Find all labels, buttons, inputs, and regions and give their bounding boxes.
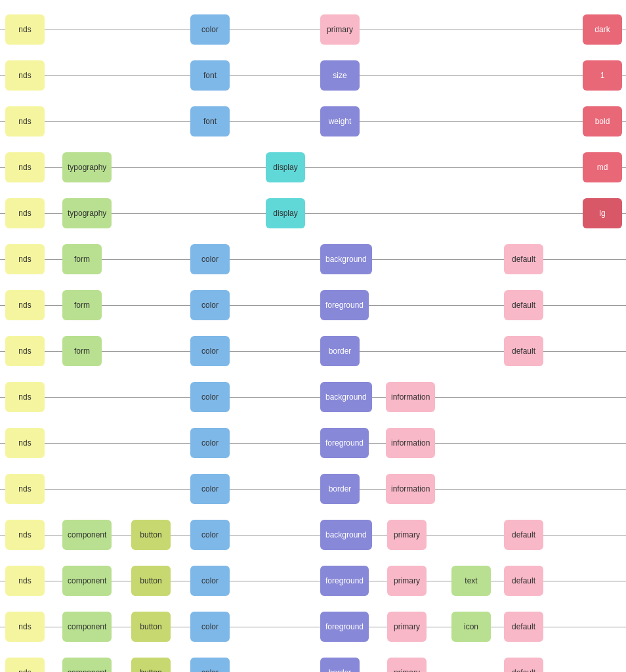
node-8-1: color [190, 382, 230, 412]
node-13-2: button [131, 612, 171, 642]
node-12-1: component [62, 566, 112, 596]
node-12-4: foreground [320, 566, 369, 596]
node-6-4: default [504, 290, 543, 320]
diagram: ndscolorprimarydarkndsfontsize1ndsfontwe… [0, 0, 626, 672]
node-3-0: nds [5, 152, 45, 182]
row-1: ndsfontsize1 [0, 52, 626, 98]
node-11-6: default [504, 520, 543, 550]
node-4-0: nds [5, 198, 45, 228]
node-13-0: nds [5, 612, 45, 642]
node-6-3: foreground [320, 290, 369, 320]
node-13-1: component [62, 612, 112, 642]
node-5-2: color [190, 244, 230, 274]
node-7-2: color [190, 336, 230, 366]
node-8-3: information [386, 382, 435, 412]
node-12-0: nds [5, 566, 45, 596]
node-2-3: bold [583, 106, 622, 136]
row-3: ndstypographydisplaymd [0, 144, 626, 190]
node-9-2: foreground [320, 428, 369, 458]
connector-line [0, 30, 626, 30]
node-6-1: form [62, 290, 102, 320]
node-5-1: form [62, 244, 102, 274]
node-1-1: font [190, 60, 230, 91]
node-14-1: component [62, 658, 112, 672]
node-2-2: weight [320, 106, 360, 136]
node-3-3: md [583, 152, 622, 182]
node-4-2: display [266, 198, 305, 228]
node-8-0: nds [5, 382, 45, 412]
node-5-4: default [504, 244, 543, 274]
row-0: ndscolorprimarydark [0, 7, 626, 52]
node-7-3: border [320, 336, 360, 366]
row-10: ndscolorborderinformation [0, 466, 626, 512]
row-11: ndscomponentbuttoncolorbackgroundprimary… [0, 512, 626, 558]
node-10-3: information [386, 474, 435, 504]
row-6: ndsformcolorforegrounddefault [0, 282, 626, 328]
node-13-3: color [190, 612, 230, 642]
node-12-3: color [190, 566, 230, 596]
node-13-7: default [504, 612, 543, 642]
node-11-3: color [190, 520, 230, 550]
row-13: ndscomponentbuttoncolorforegroundprimary… [0, 604, 626, 650]
node-14-2: button [131, 658, 171, 672]
row-5: ndsformcolorbackgrounddefault [0, 236, 626, 282]
node-9-0: nds [5, 428, 45, 458]
node-11-2: button [131, 520, 171, 550]
node-5-3: background [320, 244, 372, 274]
row-14: ndscomponentbuttoncolorborderprimarydefa… [0, 650, 626, 672]
connector-line [0, 75, 626, 76]
node-6-2: color [190, 290, 230, 320]
node-7-1: form [62, 336, 102, 366]
connector-line [0, 121, 626, 122]
node-14-3: color [190, 658, 230, 672]
node-0-3: dark [583, 14, 622, 45]
node-12-7: default [504, 566, 543, 596]
node-11-0: nds [5, 520, 45, 550]
node-4-1: typography [62, 198, 112, 228]
node-12-5: primary [387, 566, 427, 596]
node-14-5: primary [387, 658, 427, 672]
node-6-0: nds [5, 290, 45, 320]
node-2-1: font [190, 106, 230, 136]
connector-line [0, 443, 626, 444]
row-9: ndscolorforegroundinformation [0, 420, 626, 466]
node-14-6: default [504, 658, 543, 672]
node-13-6: icon [451, 612, 491, 642]
connector-line [0, 397, 626, 398]
node-12-6: text [451, 566, 491, 596]
row-7: ndsformcolorborderdefault [0, 328, 626, 374]
node-9-3: information [386, 428, 435, 458]
node-4-3: lg [583, 198, 622, 228]
node-3-2: display [266, 152, 305, 182]
node-11-5: primary [387, 520, 427, 550]
node-0-2: primary [320, 14, 360, 45]
row-4: ndstypographydisplaylg [0, 190, 626, 236]
node-1-2: size [320, 60, 360, 91]
node-10-1: color [190, 474, 230, 504]
node-0-0: nds [5, 14, 45, 45]
node-10-2: border [320, 474, 360, 504]
node-1-0: nds [5, 60, 45, 91]
node-13-5: primary [387, 612, 427, 642]
row-12: ndscomponentbuttoncolorforegroundprimary… [0, 558, 626, 604]
node-8-2: background [320, 382, 372, 412]
row-8: ndscolorbackgroundinformation [0, 374, 626, 420]
node-2-0: nds [5, 106, 45, 136]
node-12-2: button [131, 566, 171, 596]
node-3-1: typography [62, 152, 112, 182]
node-10-0: nds [5, 474, 45, 504]
node-1-3: 1 [583, 60, 622, 91]
node-14-4: border [320, 658, 360, 672]
node-11-4: background [320, 520, 372, 550]
row-2: ndsfontweightbold [0, 98, 626, 144]
node-0-1: color [190, 14, 230, 45]
connector-line [0, 489, 626, 490]
node-13-4: foreground [320, 612, 369, 642]
node-9-1: color [190, 428, 230, 458]
node-14-0: nds [5, 658, 45, 672]
node-7-4: default [504, 336, 543, 366]
node-7-0: nds [5, 336, 45, 366]
node-5-0: nds [5, 244, 45, 274]
node-11-1: component [62, 520, 112, 550]
